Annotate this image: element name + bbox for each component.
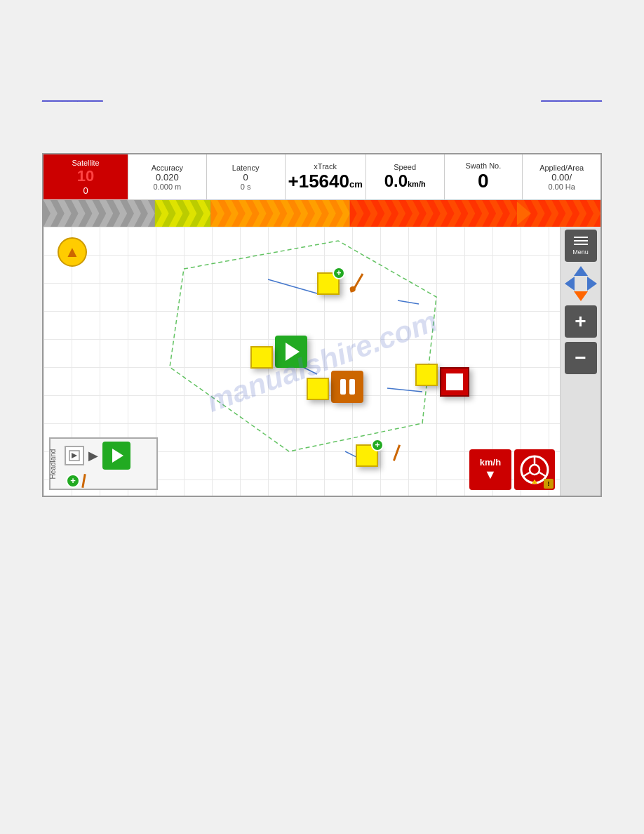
satellite-number: 10 <box>77 167 94 185</box>
svg-marker-51 <box>72 453 77 458</box>
menu-icon <box>574 240 588 241</box>
menu-icon <box>574 237 588 238</box>
accuracy-value1: 0.020 <box>156 172 179 183</box>
headland-arrow-icon: ▶ <box>88 448 98 463</box>
swath-title: Swath No. <box>466 161 502 170</box>
chevron-bar <box>43 200 601 227</box>
marker-1: + <box>317 272 340 298</box>
headland-pin-icon <box>81 473 86 487</box>
xtrack-value: +15640cm <box>288 171 363 192</box>
satellite-zero: 0 <box>83 185 88 196</box>
headland-label: Headland <box>49 449 57 479</box>
applied-area-title: Applied/Area <box>539 164 584 172</box>
zoom-in-button[interactable]: + <box>565 305 597 338</box>
speed-title: Speed <box>394 163 416 171</box>
latency-value2: 0 s <box>241 183 251 191</box>
latency-cell: Latency 0 0 s <box>206 154 285 199</box>
marker-3 <box>307 378 329 400</box>
headland-icon <box>65 446 84 465</box>
xtrack-title: xTrack <box>314 162 337 171</box>
xtrack-cell: xTrack +15640cm <box>285 154 365 199</box>
north-arrow: ▲ <box>58 237 87 267</box>
marker-2 <box>250 346 273 369</box>
marker-pause[interactable] <box>331 371 363 403</box>
nav-up-icon[interactable] <box>574 266 588 276</box>
satellite-title: Satellite <box>72 159 99 167</box>
menu-button[interactable]: Menu <box>565 230 597 262</box>
svg-point-53 <box>530 465 539 475</box>
kmh-down-arrow: ▼ <box>484 468 497 482</box>
svg-line-55 <box>523 472 530 477</box>
svg-text:!: ! <box>534 481 535 484</box>
nav-left-icon[interactable] <box>565 277 575 291</box>
menu-label: Menu <box>572 249 589 256</box>
satellite-panel: Satellite 10 0 <box>43 154 128 199</box>
marker-4 <box>415 364 438 386</box>
svg-line-56 <box>539 472 546 477</box>
swath-cell: Swath No. 0 <box>444 154 523 199</box>
headland-panel: Headland ▶ + <box>49 437 158 490</box>
nav-right-icon[interactable] <box>587 277 597 291</box>
speed-value: 0.0km/h <box>384 171 426 191</box>
map-area[interactable]: ▲ + <box>43 227 601 496</box>
menu-icon <box>574 244 588 245</box>
header-bar: Satellite 10 0 Accuracy 0.020 0.000 m La… <box>43 154 601 200</box>
latency-value1: 0 <box>243 172 248 183</box>
accuracy-value2: 0.000 m <box>153 183 181 191</box>
kmh-label: km/h <box>480 457 501 468</box>
steering-button[interactable]: ! ! <box>514 449 555 490</box>
top-link-right[interactable]: ____________ <box>541 91 602 102</box>
main-ui: Satellite 10 0 Accuracy 0.020 0.000 m La… <box>42 153 602 497</box>
speed-cell: Speed 0.0km/h <box>365 154 444 199</box>
bottom-right-buttons: km/h ▼ ! ! <box>469 449 555 490</box>
marker-play[interactable] <box>275 336 307 368</box>
headland-add-icon: + <box>66 474 80 488</box>
swath-value: 0 <box>478 170 489 192</box>
warning-badge: ! <box>544 479 554 489</box>
headland-play-button[interactable] <box>102 442 130 470</box>
applied-area-cell: Applied/Area 0.00/ 0.00 Ha <box>522 154 601 199</box>
accuracy-cell: Accuracy 0.020 0.000 m <box>128 154 206 199</box>
applied-area-value2: 0.00 Ha <box>548 183 575 191</box>
accuracy-title: Accuracy <box>152 164 183 172</box>
nav-cross <box>565 266 597 301</box>
marker-5: + <box>356 444 378 470</box>
kmh-button[interactable]: km/h ▼ <box>469 449 511 490</box>
latency-title: Latency <box>232 164 260 172</box>
marker-stop[interactable] <box>440 367 469 397</box>
zoom-out-button[interactable]: − <box>565 342 597 374</box>
applied-area-value1: 0.00/ <box>551 172 572 183</box>
top-link-left[interactable]: ____________ <box>42 91 103 102</box>
nav-down-icon[interactable] <box>574 291 588 301</box>
right-panel: Menu + − <box>560 227 601 496</box>
